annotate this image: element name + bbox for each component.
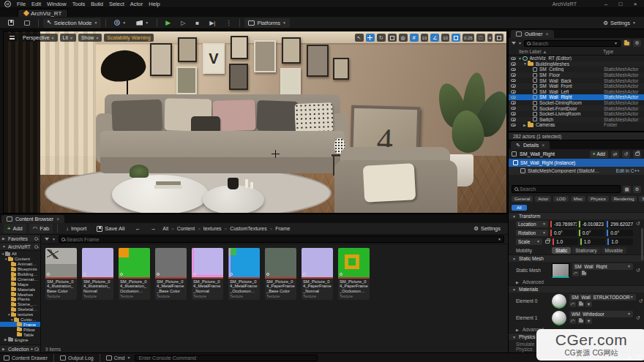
outliner-tab[interactable]: Outliner ×: [511, 30, 554, 38]
tree-folder-meshes[interactable]: Meshes: [0, 292, 40, 297]
history-button[interactable]: ↺: [622, 151, 630, 158]
project-root-header[interactable]: ▼ArchVizRT: [0, 243, 40, 251]
asset-search-input[interactable]: [67, 237, 496, 242]
filter-chip-streaming[interactable]: Streaming: [639, 196, 644, 202]
material-sphere-thumbnail[interactable]: [552, 294, 566, 309]
outliner-search[interactable]: ▼: [524, 40, 621, 47]
scale-lock-icon[interactable]: [545, 240, 550, 244]
search-icon[interactable]: [34, 347, 38, 351]
visibility-eye-icon[interactable]: [511, 57, 516, 61]
material-sphere-thumbnail[interactable]: [552, 311, 566, 325]
mobility-static[interactable]: Static: [552, 247, 571, 254]
outliner-row-selected[interactable]: SM_Wall_RightStaticMeshActor: [509, 94, 644, 100]
tree-folder-content[interactable]: ▼Content: [0, 257, 40, 262]
skip-button[interactable]: ▷: [177, 18, 189, 28]
search-icon[interactable]: [34, 237, 38, 241]
static-mesh-dropdown[interactable]: SM_Wall_Right▼: [572, 263, 633, 270]
outliner-row-actor[interactable]: SM_Wall_LeftStaticMeshActor: [509, 89, 644, 95]
filter-icon[interactable]: [45, 238, 49, 241]
menu-edit[interactable]: Edit: [31, 1, 41, 7]
stop-button[interactable]: ■: [192, 18, 203, 28]
component-row-instance[interactable]: SM_Wall_Right (Instance): [509, 159, 644, 167]
material1-dropdown[interactable]: WM_Whitedoor▼: [569, 311, 633, 317]
scale-snap-toggle[interactable]: [452, 34, 460, 42]
details-scrollbar[interactable]: [641, 228, 643, 260]
outliner-column-headers[interactable]: Item Label▲ Type: [509, 48, 644, 56]
select-tool-button[interactable]: ↖: [355, 34, 364, 42]
visibility-eye-icon[interactable]: [511, 62, 516, 66]
mobility-stationary[interactable]: Stationary: [572, 247, 600, 254]
property-matrix-button[interactable]: ▦: [623, 186, 631, 193]
filter-chip-lod[interactable]: LOD: [553, 196, 568, 202]
blueprints-dropdown[interactable]: B▼: [111, 18, 130, 28]
location-z-field[interactable]: 299.62027: [607, 221, 633, 227]
forward-button[interactable]: →: [147, 224, 160, 233]
tree-folder-buildingmeshes[interactable]: BuildingMeshes: [0, 272, 40, 277]
scale-snap-value[interactable]: 0.25: [463, 34, 474, 42]
tree-folder-frame[interactable]: Frame: [0, 322, 40, 327]
viewport-options-button[interactable]: [7, 34, 18, 42]
rotation-y-field[interactable]: 0.0°: [579, 230, 605, 236]
play-options-button[interactable]: ⋮: [222, 18, 235, 28]
platforms-dropdown[interactable]: Platforms ▼: [244, 18, 290, 28]
level-tab[interactable]: ArchViz_RT: [18, 9, 68, 17]
browse-to-icon[interactable]: [577, 318, 584, 324]
asset-tile[interactable]: SM_Picture_04_MetalFrame_Base ColorTextu…: [155, 248, 187, 300]
outliner-row-actor[interactable]: Socket-FrontDoorStaticMeshActor: [509, 105, 644, 111]
tree-folder-customtextures[interactable]: ▼CustomTextures: [0, 317, 40, 323]
details-tab[interactable]: ✎ Details ×: [511, 141, 550, 149]
cb-settings-button[interactable]: ⚙Settings: [470, 224, 504, 233]
close-tab-icon[interactable]: ×: [56, 216, 59, 222]
browse-button[interactable]: [20, 18, 34, 28]
outliner-row-actor[interactable]: SM_Wall_BackStaticMeshActor: [509, 78, 644, 83]
maximize-button[interactable]: □: [616, 1, 625, 7]
outliner-row-actor[interactable]: SM_CeilingStaticMeshActor: [509, 67, 644, 72]
content-drawer-button[interactable]: Content Drawer: [4, 355, 48, 361]
outliner-row-actor[interactable]: Socket-DiningRoomStaticMeshActor: [509, 100, 644, 106]
menu-tools[interactable]: Tools: [72, 1, 86, 7]
scale-tool-button[interactable]: [388, 34, 397, 42]
edit-in-cpp-link[interactable]: Edit in C++: [616, 168, 640, 173]
location-y-field[interactable]: -6.010823: [579, 221, 605, 227]
content-browser-tab[interactable]: Content Browser ×: [1, 215, 64, 223]
camera-speed-value[interactable]: 4: [487, 34, 493, 42]
grid-snap-toggle[interactable]: #: [410, 34, 419, 42]
show-dropdown[interactable]: Show▼: [78, 34, 102, 42]
selection-mode-dropdown[interactable]: ↖ Selection Mode ▼: [43, 18, 101, 28]
asset-tile[interactable]: SM_Picture_04_MetalFrame_NormalTexture: [192, 248, 223, 300]
favorites-header[interactable]: ▶Favorites: [0, 235, 40, 243]
asset-tile[interactable]: SM_Picture_04_PaperFrame_Occlusion…Textu…: [338, 248, 370, 300]
outliner-row-actor[interactable]: SM_FloorStaticMeshActor: [509, 72, 644, 78]
outliner-row-folder[interactable]: ▶CamerasFolder: [509, 122, 644, 128]
visibility-eye-icon[interactable]: [511, 90, 516, 94]
asset-tile[interactable]: SM_Picture_04_Illustration_NormalTexture: [82, 248, 113, 300]
fab-button[interactable]: ◠Fab: [29, 224, 53, 233]
rotation-snap-toggle[interactable]: ∠: [430, 34, 439, 42]
asset-tile[interactable]: SM_Picture_04_PaperFrame_Base ColorTextu…: [265, 248, 296, 300]
tree-folder-table[interactable]: Table: [0, 332, 40, 337]
visibility-eye-icon[interactable]: [511, 101, 516, 105]
scale-x-field[interactable]: 1.0: [553, 238, 578, 245]
outliner-filter-icon[interactable]: [512, 42, 516, 45]
reset-icon[interactable]: ↺: [635, 221, 641, 227]
minimize-button[interactable]: –: [602, 1, 610, 7]
material-options-icon[interactable]: ▼: [585, 301, 592, 307]
details-search[interactable]: [512, 185, 621, 193]
menu-file[interactable]: File: [17, 1, 26, 7]
rotation-x-field[interactable]: 0.0°: [550, 230, 577, 236]
visibility-eye-icon[interactable]: [511, 112, 516, 116]
tree-folder-cinematics[interactable]: Cinematics: [0, 276, 40, 282]
scale-z-field[interactable]: 1.0: [607, 238, 633, 245]
tree-folder-plants[interactable]: Plants: [0, 297, 40, 302]
tree-folder-materials[interactable]: Materials: [0, 287, 40, 292]
maximize-viewport-button[interactable]: [495, 34, 503, 42]
section-materials[interactable]: ▼Materials: [509, 285, 644, 293]
details-settings-button[interactable]: ⚙: [633, 186, 641, 193]
visibility-eye-icon[interactable]: [511, 118, 516, 121]
cmd-dropdown[interactable]: Cmd▼: [106, 355, 131, 361]
menu-actor[interactable]: Actor: [130, 1, 143, 7]
outliner-row-actor[interactable]: SM_Wall_FrontStaticMeshActor: [509, 83, 644, 89]
close-tab-icon[interactable]: ×: [542, 143, 544, 148]
material0-dropdown[interactable]: SM_Wall_STRUKTODOOR▼: [569, 294, 636, 301]
outliner-row-folder[interactable]: ▼BuildingMeshes: [509, 61, 644, 67]
